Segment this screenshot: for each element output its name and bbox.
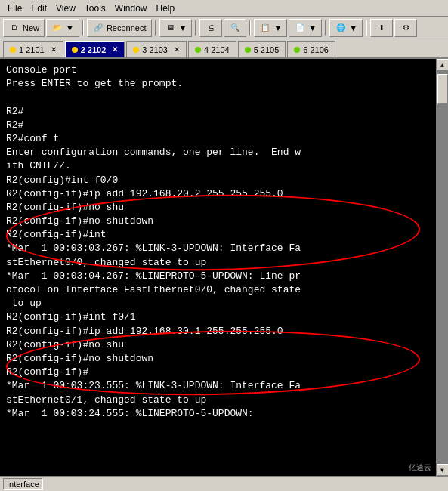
reconnect-label: Reconnect xyxy=(107,23,147,32)
menu-file[interactable]: File xyxy=(3,2,26,15)
toolbar-sep-5 xyxy=(325,20,326,36)
reconnect-button[interactable]: 🔗 Reconnect xyxy=(87,19,152,37)
menu-view[interactable]: View xyxy=(51,2,80,15)
scrollbar[interactable]: ▲ ▼ xyxy=(436,59,448,476)
tab-6[interactable]: 6 2106 xyxy=(287,41,335,57)
interface-label: Interface xyxy=(7,480,39,489)
tab-dot-5 xyxy=(245,47,251,53)
statusbar: Interface xyxy=(0,476,448,491)
tab-close-1[interactable]: ✕ xyxy=(51,45,57,54)
terminal-container: Console port Press ENTER to get the prom… xyxy=(0,59,448,476)
reconnect-icon: 🔗 xyxy=(92,22,104,34)
toolbar-sep-2 xyxy=(155,20,156,36)
open-icon: 📂 xyxy=(51,22,63,34)
toolbar-sep-4 xyxy=(249,20,251,36)
toolbar-sep-6 xyxy=(366,20,367,36)
tab-2[interactable]: 2 2102 ✕ xyxy=(65,41,125,57)
tab-4[interactable]: 4 2104 xyxy=(188,41,236,57)
tab-dot-3 xyxy=(133,47,139,53)
scrollbar-up[interactable]: ▲ xyxy=(437,59,449,71)
copy-icon: 📋 xyxy=(259,22,271,34)
scrollbar-track[interactable] xyxy=(437,71,448,464)
session-icon: 🖥 xyxy=(165,22,177,34)
tab-label-2: 2 2102 xyxy=(81,45,107,54)
session-dropdown: ▼ xyxy=(179,23,187,32)
open-dropdown: ▼ xyxy=(66,23,74,32)
menu-help[interactable]: Help xyxy=(152,2,180,15)
menu-window[interactable]: Window xyxy=(110,2,152,15)
internet-button[interactable]: 🌐 ▼ xyxy=(329,19,363,37)
open-button[interactable]: 📂 ▼ xyxy=(46,19,79,37)
tab-1[interactable]: 1 2101 ✕ xyxy=(3,41,63,57)
terminal-wrapper: Console port Press ENTER to get the prom… xyxy=(0,59,436,476)
find-button[interactable]: 🔍 xyxy=(224,19,246,37)
tab-3[interactable]: 3 2103 ✕ xyxy=(126,41,187,57)
toolbar-sep-1 xyxy=(82,20,84,36)
terminal[interactable]: Console port Press ENTER to get the prom… xyxy=(0,59,436,425)
paste-icon: 📄 xyxy=(294,22,306,34)
menu-tools[interactable]: Tools xyxy=(80,2,110,15)
new-button[interactable]: 🗋 New xyxy=(3,19,45,37)
watermark: 亿速云 xyxy=(406,461,434,474)
tabbar: 1 2101 ✕ 2 2102 ✕ 3 2103 ✕ 4 2104 5 2105… xyxy=(0,39,448,59)
tab-label-1: 1 2101 xyxy=(19,45,45,54)
paste-dropdown: ▼ xyxy=(308,23,317,32)
menubar: File Edit View Tools Window Help xyxy=(0,0,448,17)
tab-label-4: 4 2104 xyxy=(204,45,230,54)
tab-label-3: 3 2103 xyxy=(142,45,168,54)
statusbar-interface: Interface xyxy=(3,478,43,490)
session-button[interactable]: 🖥 ▼ xyxy=(159,19,193,37)
tab-dot-2 xyxy=(72,47,78,53)
tab-dot-4 xyxy=(195,47,201,53)
transfer-icon: ⬆ xyxy=(375,22,388,34)
print-button[interactable]: 🖨 xyxy=(199,19,222,37)
find-icon: 🔍 xyxy=(229,22,241,34)
toolbar: 🗋 New 📂 ▼ 🔗 Reconnect 🖥 ▼ 🖨 🔍 📋 ▼ 📄 ▼ 🌐 … xyxy=(0,17,448,39)
paste-button[interactable]: 📄 ▼ xyxy=(289,19,322,37)
internet-icon: 🌐 xyxy=(335,22,347,34)
settings-button[interactable]: ⚙ xyxy=(394,19,417,37)
tab-dot-1 xyxy=(10,47,16,53)
tab-5[interactable]: 5 2105 xyxy=(238,41,286,57)
scrollbar-thumb[interactable] xyxy=(437,74,448,104)
tab-close-3[interactable]: ✕ xyxy=(174,45,180,54)
toolbar-sep-3 xyxy=(195,20,196,36)
tab-label-6: 6 2106 xyxy=(303,45,329,54)
tab-label-5: 5 2105 xyxy=(254,45,280,54)
internet-dropdown: ▼ xyxy=(349,23,357,32)
tab-dot-6 xyxy=(294,47,300,53)
print-icon: 🖨 xyxy=(205,22,217,34)
scrollbar-down[interactable]: ▼ xyxy=(437,464,449,476)
transfer-button[interactable]: ⬆ xyxy=(370,19,393,37)
settings-icon: ⚙ xyxy=(400,22,412,34)
tab-close-2[interactable]: ✕ xyxy=(112,45,118,54)
copy-dropdown: ▼ xyxy=(273,23,282,32)
copy-button[interactable]: 📋 ▼ xyxy=(254,19,287,37)
new-icon: 🗋 xyxy=(8,22,20,34)
new-label: New xyxy=(23,23,39,32)
menu-edit[interactable]: Edit xyxy=(26,2,51,15)
